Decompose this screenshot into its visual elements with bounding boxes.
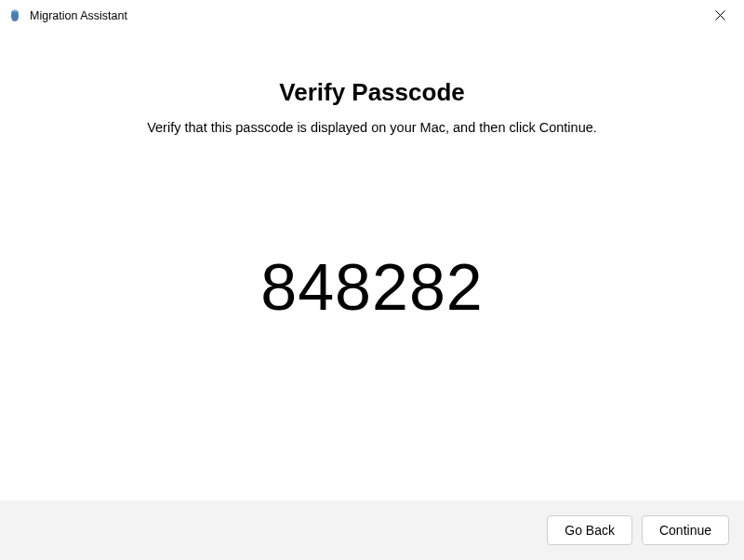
titlebar: Migration Assistant xyxy=(0,0,744,32)
svg-point-0 xyxy=(13,10,17,13)
close-button[interactable] xyxy=(707,3,733,29)
app-icon xyxy=(7,8,22,23)
app-title: Migration Assistant xyxy=(30,9,127,22)
passcode-display: 848282 xyxy=(0,250,744,325)
continue-button[interactable]: Continue xyxy=(642,515,729,545)
close-icon xyxy=(715,9,725,23)
footer: Go Back Continue xyxy=(0,500,744,560)
go-back-button[interactable]: Go Back xyxy=(547,515,632,545)
main-content: Verify Passcode Verify that this passcod… xyxy=(0,32,744,500)
page-instruction: Verify that this passcode is displayed o… xyxy=(0,120,744,135)
titlebar-left: Migration Assistant xyxy=(7,8,127,23)
page-title: Verify Passcode xyxy=(0,78,744,107)
